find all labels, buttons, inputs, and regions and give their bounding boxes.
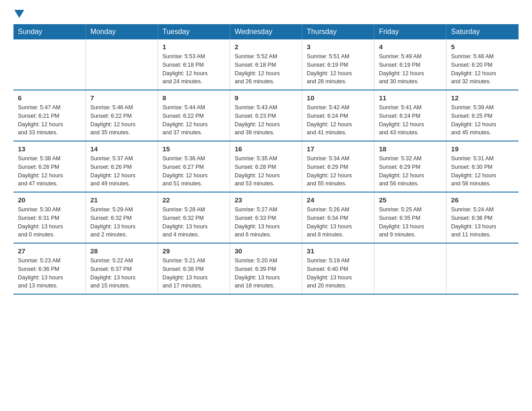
day-info: Sunrise: 5:41 AM Sunset: 6:24 PM Dayligh… <box>379 103 442 137</box>
calendar-cell: 29Sunrise: 5:21 AM Sunset: 6:38 PM Dayli… <box>158 243 230 294</box>
day-number: 8 <box>163 94 225 102</box>
calendar-cell: 2Sunrise: 5:52 AM Sunset: 6:18 PM Daylig… <box>230 39 302 90</box>
day-number: 24 <box>307 196 369 204</box>
calendar-cell <box>374 243 446 294</box>
calendar-cell: 1Sunrise: 5:53 AM Sunset: 6:18 PM Daylig… <box>158 39 230 90</box>
calendar-cell: 11Sunrise: 5:41 AM Sunset: 6:24 PM Dayli… <box>374 90 446 141</box>
calendar-cell: 15Sunrise: 5:36 AM Sunset: 6:27 PM Dayli… <box>158 141 230 192</box>
calendar-cell: 22Sunrise: 5:28 AM Sunset: 6:32 PM Dayli… <box>158 192 230 243</box>
day-number: 10 <box>307 94 369 102</box>
calendar-table: SundayMondayTuesdayWednesdayThursdayFrid… <box>13 24 519 295</box>
day-number: 22 <box>163 196 225 204</box>
calendar-cell: 31Sunrise: 5:19 AM Sunset: 6:40 PM Dayli… <box>302 243 374 294</box>
calendar-cell: 30Sunrise: 5:20 AM Sunset: 6:39 PM Dayli… <box>230 243 302 294</box>
calendar-cell <box>86 39 158 90</box>
calendar-cell: 26Sunrise: 5:24 AM Sunset: 6:36 PM Dayli… <box>446 192 519 243</box>
day-info: Sunrise: 5:48 AM Sunset: 6:20 PM Dayligh… <box>451 52 514 86</box>
day-number: 2 <box>235 43 297 51</box>
day-number: 25 <box>379 196 442 204</box>
day-number: 26 <box>451 196 514 204</box>
day-info: Sunrise: 5:23 AM Sunset: 6:36 PM Dayligh… <box>18 257 81 290</box>
calendar-cell: 18Sunrise: 5:32 AM Sunset: 6:29 PM Dayli… <box>374 141 446 192</box>
day-info: Sunrise: 5:39 AM Sunset: 6:25 PM Dayligh… <box>451 103 514 137</box>
day-info: Sunrise: 5:36 AM Sunset: 6:27 PM Dayligh… <box>163 154 225 188</box>
calendar-header-cell: Wednesday <box>230 24 302 39</box>
day-info: Sunrise: 5:21 AM Sunset: 6:38 PM Dayligh… <box>163 257 225 290</box>
day-number: 9 <box>235 94 297 102</box>
day-info: Sunrise: 5:26 AM Sunset: 6:34 PM Dayligh… <box>307 206 369 239</box>
day-info: Sunrise: 5:34 AM Sunset: 6:29 PM Dayligh… <box>307 154 369 188</box>
calendar-cell: 6Sunrise: 5:47 AM Sunset: 6:21 PM Daylig… <box>13 90 86 141</box>
calendar-cell: 28Sunrise: 5:22 AM Sunset: 6:37 PM Dayli… <box>86 243 158 294</box>
day-info: Sunrise: 5:20 AM Sunset: 6:39 PM Dayligh… <box>235 257 297 290</box>
calendar-header-cell: Tuesday <box>158 24 230 39</box>
day-info: Sunrise: 5:28 AM Sunset: 6:32 PM Dayligh… <box>163 206 225 239</box>
calendar-cell: 8Sunrise: 5:44 AM Sunset: 6:22 PM Daylig… <box>158 90 230 141</box>
day-number: 6 <box>18 94 81 102</box>
day-number: 4 <box>379 43 442 51</box>
day-number: 5 <box>451 43 514 51</box>
day-info: Sunrise: 5:37 AM Sunset: 6:26 PM Dayligh… <box>90 154 153 188</box>
calendar-cell: 13Sunrise: 5:38 AM Sunset: 6:26 PM Dayli… <box>13 141 86 192</box>
calendar-header-cell: Sunday <box>13 24 86 39</box>
calendar-header-cell: Friday <box>374 24 446 39</box>
calendar-week-row: 27Sunrise: 5:23 AM Sunset: 6:36 PM Dayli… <box>13 243 519 294</box>
day-number: 14 <box>90 145 153 153</box>
day-number: 12 <box>451 94 514 102</box>
calendar-cell: 19Sunrise: 5:31 AM Sunset: 6:30 PM Dayli… <box>446 141 519 192</box>
day-number: 1 <box>163 43 225 51</box>
day-info: Sunrise: 5:27 AM Sunset: 6:33 PM Dayligh… <box>235 206 297 239</box>
calendar-cell: 4Sunrise: 5:49 AM Sunset: 6:19 PM Daylig… <box>374 39 446 90</box>
day-info: Sunrise: 5:30 AM Sunset: 6:31 PM Dayligh… <box>18 206 81 239</box>
day-number: 15 <box>163 145 225 153</box>
calendar-header-cell: Saturday <box>446 24 519 39</box>
svg-marker-0 <box>14 10 24 18</box>
day-number: 20 <box>18 196 81 204</box>
calendar-week-row: 6Sunrise: 5:47 AM Sunset: 6:21 PM Daylig… <box>13 90 519 141</box>
day-number: 17 <box>307 145 369 153</box>
calendar-cell: 14Sunrise: 5:37 AM Sunset: 6:26 PM Dayli… <box>86 141 158 192</box>
day-info: Sunrise: 5:47 AM Sunset: 6:21 PM Dayligh… <box>18 103 81 137</box>
day-number: 7 <box>90 94 153 102</box>
calendar-header-cell: Thursday <box>302 24 374 39</box>
calendar-cell: 20Sunrise: 5:30 AM Sunset: 6:31 PM Dayli… <box>13 192 86 243</box>
day-info: Sunrise: 5:53 AM Sunset: 6:18 PM Dayligh… <box>163 52 225 86</box>
day-info: Sunrise: 5:32 AM Sunset: 6:29 PM Dayligh… <box>379 154 442 188</box>
day-info: Sunrise: 5:25 AM Sunset: 6:35 PM Dayligh… <box>379 206 442 239</box>
day-number: 19 <box>451 145 514 153</box>
day-info: Sunrise: 5:38 AM Sunset: 6:26 PM Dayligh… <box>18 154 81 188</box>
calendar-cell: 16Sunrise: 5:35 AM Sunset: 6:28 PM Dayli… <box>230 141 302 192</box>
day-number: 23 <box>235 196 297 204</box>
calendar-cell: 25Sunrise: 5:25 AM Sunset: 6:35 PM Dayli… <box>374 192 446 243</box>
day-number: 29 <box>163 247 225 255</box>
day-info: Sunrise: 5:52 AM Sunset: 6:18 PM Dayligh… <box>235 52 297 86</box>
day-info: Sunrise: 5:24 AM Sunset: 6:36 PM Dayligh… <box>451 206 514 239</box>
calendar-cell: 24Sunrise: 5:26 AM Sunset: 6:34 PM Dayli… <box>302 192 374 243</box>
day-number: 3 <box>307 43 369 51</box>
day-info: Sunrise: 5:22 AM Sunset: 6:37 PM Dayligh… <box>90 257 153 290</box>
day-info: Sunrise: 5:42 AM Sunset: 6:24 PM Dayligh… <box>307 103 369 137</box>
day-info: Sunrise: 5:43 AM Sunset: 6:23 PM Dayligh… <box>235 103 297 137</box>
day-info: Sunrise: 5:46 AM Sunset: 6:22 PM Dayligh… <box>90 103 153 137</box>
calendar-cell: 9Sunrise: 5:43 AM Sunset: 6:23 PM Daylig… <box>230 90 302 141</box>
day-number: 13 <box>18 145 81 153</box>
calendar-cell: 7Sunrise: 5:46 AM Sunset: 6:22 PM Daylig… <box>86 90 158 141</box>
calendar-header-row: SundayMondayTuesdayWednesdayThursdayFrid… <box>13 24 519 39</box>
calendar-cell: 5Sunrise: 5:48 AM Sunset: 6:20 PM Daylig… <box>446 39 519 90</box>
calendar-week-row: 13Sunrise: 5:38 AM Sunset: 6:26 PM Dayli… <box>13 141 519 192</box>
day-number: 11 <box>379 94 442 102</box>
logo-triangle-icon <box>14 10 24 20</box>
calendar-header-cell: Monday <box>86 24 158 39</box>
day-number: 16 <box>235 145 297 153</box>
day-info: Sunrise: 5:31 AM Sunset: 6:30 PM Dayligh… <box>451 154 514 188</box>
calendar-cell: 17Sunrise: 5:34 AM Sunset: 6:29 PM Dayli… <box>302 141 374 192</box>
logo <box>13 9 24 20</box>
calendar-cell: 21Sunrise: 5:29 AM Sunset: 6:32 PM Dayli… <box>86 192 158 243</box>
day-info: Sunrise: 5:51 AM Sunset: 6:19 PM Dayligh… <box>307 52 369 86</box>
day-number: 21 <box>90 196 153 204</box>
calendar-cell <box>13 39 86 90</box>
day-info: Sunrise: 5:29 AM Sunset: 6:32 PM Dayligh… <box>90 206 153 239</box>
day-number: 28 <box>90 247 153 255</box>
calendar-week-row: 20Sunrise: 5:30 AM Sunset: 6:31 PM Dayli… <box>13 192 519 243</box>
page-header <box>13 9 519 20</box>
